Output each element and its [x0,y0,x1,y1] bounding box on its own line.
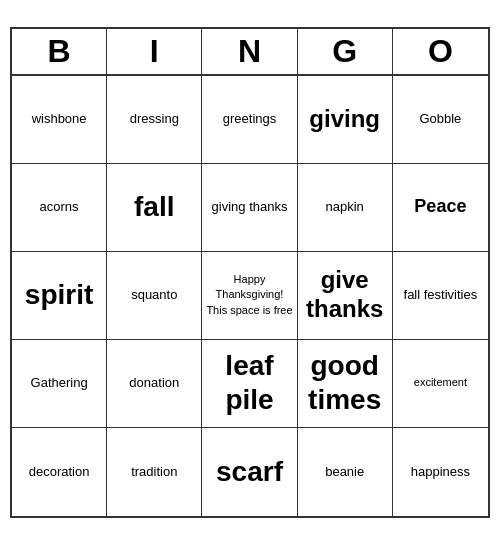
header-letter: O [393,29,488,74]
bingo-cell: beanie [298,428,393,516]
bingo-card: BINGO wishbonedressinggreetingsgivingGob… [10,27,490,518]
bingo-cell: scarf [202,428,297,516]
bingo-cell: squanto [107,252,202,340]
bingo-header: BINGO [12,29,488,76]
bingo-cell: leaf pile [202,340,297,428]
bingo-cell: napkin [298,164,393,252]
bingo-grid: wishbonedressinggreetingsgivingGobbleaco… [12,76,488,516]
header-letter: I [107,29,202,74]
bingo-cell: give thanks [298,252,393,340]
bingo-cell: Gobble [393,76,488,164]
bingo-cell: decoration [12,428,107,516]
bingo-cell: fall [107,164,202,252]
bingo-cell: donation [107,340,202,428]
bingo-cell: spirit [12,252,107,340]
bingo-cell: greetings [202,76,297,164]
bingo-cell: tradition [107,428,202,516]
bingo-cell: fall festivities [393,252,488,340]
bingo-cell: wishbone [12,76,107,164]
header-letter: B [12,29,107,74]
bingo-cell: Happy Thanksgiving! This space is free [202,252,297,340]
bingo-cell: excitement [393,340,488,428]
bingo-cell: dressing [107,76,202,164]
bingo-cell: giving [298,76,393,164]
bingo-cell: giving thanks [202,164,297,252]
bingo-cell: acorns [12,164,107,252]
bingo-cell: happiness [393,428,488,516]
bingo-cell: Gathering [12,340,107,428]
bingo-cell: Peace [393,164,488,252]
header-letter: N [202,29,297,74]
bingo-cell: good times [298,340,393,428]
header-letter: G [298,29,393,74]
